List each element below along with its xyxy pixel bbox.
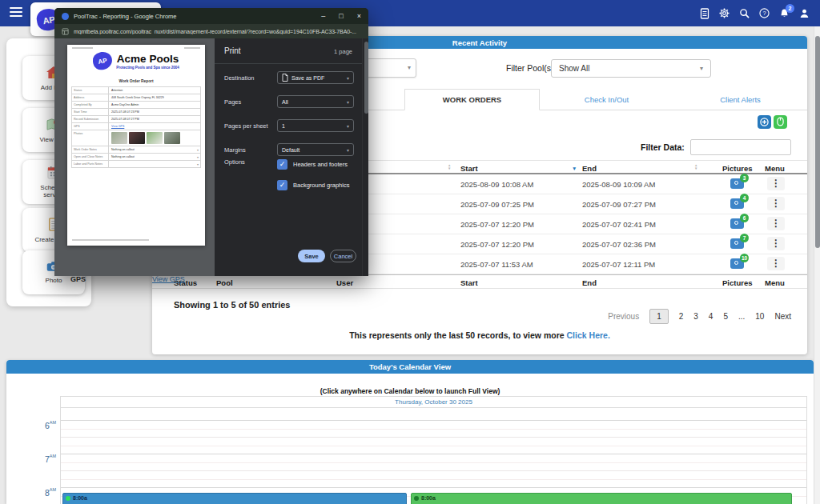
pictures-camera-icon[interactable]: 7 [730, 238, 744, 249]
filter-pools-select[interactable]: Show All ▾ [551, 59, 711, 78]
camera-lens [734, 241, 738, 245]
pagination-page-[interactable]: ... [738, 312, 745, 321]
print-pages-select[interactable]: All▾ [277, 95, 354, 108]
pagination-page-10[interactable]: 10 [755, 312, 764, 321]
checkbox-headers-and-footers[interactable]: ✓ [277, 159, 287, 170]
cell-start: 2025-07-07 12:20 PM [460, 220, 534, 229]
click-here-link[interactable]: Click Here. [567, 330, 610, 340]
file-icon[interactable] [698, 7, 710, 19]
add-record-button[interactable] [758, 115, 771, 129]
event-label: 8:00a [421, 495, 436, 501]
print-header-mark [72, 47, 93, 49]
dialog-scrollbar-thumb[interactable] [364, 42, 368, 114]
calendar-date[interactable]: Thursday, October 30 2025 [60, 396, 807, 408]
pagination-page-5[interactable]: 5 [723, 312, 728, 321]
scrollbar-thumb[interactable] [815, 36, 820, 248]
calendar-event[interactable]: 8:00a [411, 493, 792, 504]
filter-data-input[interactable] [690, 139, 791, 155]
pagination-page-1[interactable]: 1 [649, 309, 669, 324]
bell-icon[interactable]: 2 [778, 7, 790, 19]
calendar-gridline [61, 487, 806, 488]
sort-desc-icon[interactable]: ▼ [572, 166, 577, 171]
mouse-icon [777, 115, 784, 130]
user-icon[interactable] [798, 7, 810, 19]
view-gps-link[interactable]: View GPS [152, 275, 185, 283]
preview-row-value: 2025-07-08 07:23 PM [109, 109, 200, 115]
print-destination-select[interactable]: Save as PDF▾ [277, 71, 354, 84]
page-info-icon [62, 24, 69, 38]
time-label: 6AM [29, 418, 56, 432]
print-pages-per-sheet-select[interactable]: 1▾ [277, 119, 354, 132]
view-gps-preview-link[interactable]: View GPS [109, 123, 200, 130]
preview-report-row: GPSView GPS [72, 123, 200, 130]
pictures-camera-icon[interactable]: 6 [730, 218, 744, 229]
print-settings-panel: Print 1 page DestinationSave as PDF▾Page… [215, 38, 362, 276]
col-start: Start [460, 278, 478, 287]
preview-row-value [109, 130, 200, 146]
tab-client-alerts[interactable]: Client Alerts [673, 89, 807, 110]
print-field-value: Save as PDF [291, 75, 324, 81]
col-menu[interactable]: Menu [765, 164, 785, 173]
calendar-gridline [61, 462, 806, 463]
chevron-down-icon: ▾ [700, 65, 703, 72]
pagination-page-4[interactable]: 4 [709, 312, 713, 321]
pictures-camera-icon[interactable]: 4 [730, 198, 744, 209]
filter-pools-value: Show All [559, 64, 589, 73]
app-root: ?2 AP Acme Pools Add PoolView MapSchedul… [0, 0, 820, 504]
row-menu-button[interactable]: ⋮ [767, 237, 785, 250]
row-menu-button[interactable]: ⋮ [767, 257, 785, 270]
pagination: Previous12345...10Next [608, 309, 791, 324]
print-footer-mark [72, 239, 149, 241]
print-field-label: Pages per sheet [224, 122, 268, 130]
cancel-button[interactable]: Cancel [330, 250, 356, 262]
checkbox-background-graphics[interactable]: ✓ [277, 180, 287, 190]
address-bar[interactable]: mgmtbeta.pooltrac.com/pooltrac_nuxt/dist… [54, 24, 368, 38]
export-button[interactable] [774, 115, 787, 129]
close-button[interactable]: × [357, 8, 361, 24]
pictures-camera-icon[interactable]: 10 [730, 258, 744, 269]
page-scrollbar[interactable] [814, 26, 820, 504]
cell-end: 2025-07-09 07:27 PM [582, 200, 656, 209]
pdf-icon [282, 74, 288, 82]
col-pictures[interactable]: Pictures [722, 164, 753, 173]
minimize-button[interactable]: – [321, 8, 325, 24]
chevron-down-icon: ▾ [347, 123, 349, 129]
pagination-page-3[interactable]: 3 [693, 312, 698, 321]
svg-text:?: ? [762, 10, 766, 17]
tab-work-orders[interactable]: WORK ORDERS [404, 89, 540, 110]
calendar-gridline [61, 446, 806, 446]
preview-row-value: Acme DayOne Admin [109, 102, 200, 108]
checkbox-label: Headers and footers [293, 161, 348, 168]
preview-row-label: Address [72, 94, 109, 101]
options-label: Options [224, 158, 245, 166]
popup-titlebar[interactable]: PoolTrac - Reporting - Google Chrome – □… [54, 8, 368, 24]
report-logo-blob-icon: AP [92, 50, 114, 71]
preview-row-label: Completed By [72, 102, 109, 108]
calendar-grid[interactable]: 8:00a8:00a [60, 408, 807, 504]
calendar-gridline [61, 470, 806, 471]
row-menu-button[interactable]: ⋮ [767, 197, 785, 210]
records-note: This represents only the last 50 records… [152, 330, 807, 340]
chevron-down-icon: ▾ [197, 148, 199, 152]
popup-title: PoolTrac - Reporting - Google Chrome [74, 13, 177, 20]
pagination-next[interactable]: Next [774, 312, 791, 321]
sort-icon[interactable]: ▴▾ [695, 164, 697, 171]
dialog-scrollbar[interactable] [362, 38, 368, 276]
sort-icon[interactable]: ▴▾ [448, 164, 450, 171]
pagination-page-2[interactable]: 2 [679, 312, 684, 321]
calendar-event[interactable]: 8:00a [62, 493, 407, 504]
gear-icon[interactable] [718, 7, 730, 19]
maximize-button[interactable]: □ [339, 8, 343, 24]
col-end[interactable]: End [582, 164, 597, 173]
search-icon[interactable] [738, 7, 750, 19]
camera-lens [734, 261, 738, 265]
col-start[interactable]: Start [460, 164, 478, 173]
save-button[interactable]: Save [298, 250, 325, 262]
help-icon[interactable]: ? [758, 7, 770, 19]
pictures-camera-icon[interactable]: 3 [730, 178, 744, 189]
row-menu-button[interactable]: ⋮ [767, 177, 785, 190]
row-menu-button[interactable]: ⋮ [767, 217, 785, 230]
pagination-previous[interactable]: Previous [608, 312, 639, 321]
tab-check-in-out[interactable]: Check In/Out [540, 89, 673, 110]
hamburger-menu-icon[interactable] [10, 7, 22, 18]
